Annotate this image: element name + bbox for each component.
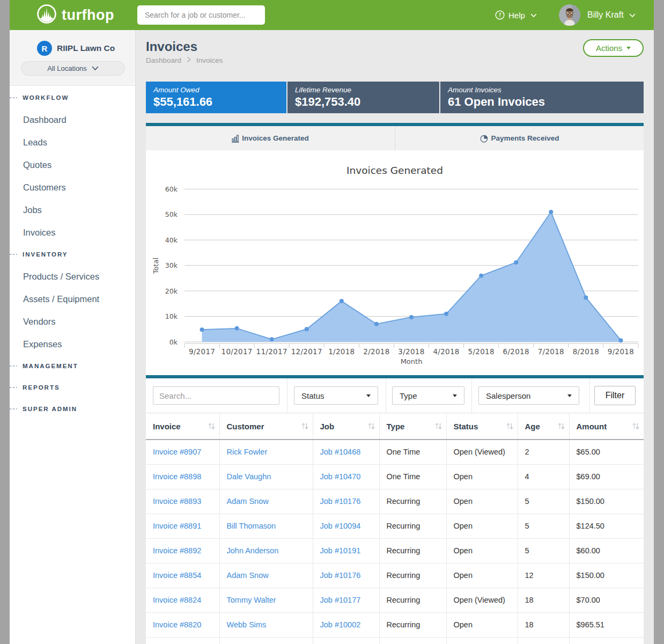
column-header-customer[interactable]: Customer — [219, 413, 313, 440]
chart-marker — [584, 295, 588, 299]
sidebar-item-customers[interactable]: Customers — [10, 176, 135, 199]
sort-arrows-icon[interactable] — [301, 422, 309, 430]
cell-link[interactable]: Dale Vaughn — [219, 464, 313, 489]
column-header-status[interactable]: Status — [446, 413, 518, 440]
sidebar-item-leads[interactable]: Leads — [10, 131, 135, 153]
chart-marker — [270, 337, 274, 341]
chart-card: Invoices GeneratedPayments Received Invo… — [146, 123, 644, 375]
table-row: Invoice #8820Webb SimsJob #10002Recurrin… — [146, 612, 644, 637]
type-select[interactable]: Type — [392, 386, 464, 405]
column-header-job[interactable]: Job — [313, 413, 379, 440]
cell-link[interactable]: Invoice #8892 — [146, 538, 219, 563]
tree-dashes-icon — [10, 387, 17, 388]
sidebar-section-reports[interactable]: REPORTS — [10, 377, 135, 398]
sidebar-item-assets-equipment[interactable]: Assets / Equipment — [10, 288, 135, 310]
chart-area-fill — [202, 212, 621, 342]
cell-link[interactable]: Invoice #8898 — [146, 464, 219, 489]
cell-text: One Time — [379, 440, 446, 464]
cell-link[interactable]: Invoice #8891 — [146, 514, 219, 538]
cell-link[interactable]: Job #10002 — [313, 612, 379, 637]
filter-separator — [471, 378, 472, 413]
cell-text — [569, 637, 644, 644]
company-name: RIIPL Lawn Co — [57, 43, 115, 53]
help-menu[interactable]: ? Help — [495, 0, 537, 30]
filter-button[interactable]: Filter — [594, 386, 636, 405]
sidebar-section-label: SUPER ADMIN — [23, 406, 77, 412]
cell-link[interactable]: Rick Fowler — [219, 440, 313, 464]
cell-link[interactable]: Job #10176 — [313, 563, 379, 588]
cell-link[interactable]: Invoice #8854 — [146, 563, 219, 588]
sidebar-item-jobs[interactable]: Jobs — [10, 199, 135, 221]
column-header-invoice[interactable]: Invoice — [146, 413, 219, 440]
sort-arrows-icon[interactable] — [367, 422, 375, 430]
column-header-type[interactable]: Type — [379, 413, 446, 440]
filter-separator — [386, 378, 386, 413]
sidebar-item-dashboard[interactable]: Dashboard — [10, 108, 135, 131]
cell-link[interactable]: Job #10177 — [313, 588, 379, 612]
cell-link[interactable]: Adam Snow — [219, 563, 313, 588]
svg-text:?: ? — [498, 12, 501, 19]
sort-arrows-icon[interactable] — [506, 422, 514, 430]
breadcrumb-invoices: Invoices — [196, 56, 223, 64]
cell-link[interactable]: Invoice #8824 — [146, 588, 219, 612]
sort-arrows-icon[interactable] — [557, 422, 565, 430]
cell-link[interactable]: Invoice #8820 — [146, 612, 219, 637]
cell-link[interactable]: Invoice #8907 — [146, 440, 219, 464]
sidebar-item-invoices[interactable]: Invoices — [10, 221, 135, 244]
cell-link[interactable]: Adam Snow — [219, 489, 313, 514]
stat-label: Lifetime Revenue — [295, 86, 432, 94]
chart-marker — [235, 326, 239, 331]
global-search-input[interactable] — [137, 5, 265, 25]
stats-band: Amount Owed$55,161.66Lifetime Revenue$19… — [146, 82, 644, 113]
column-header-age[interactable]: Age — [518, 413, 569, 440]
column-header-amount[interactable]: Amount — [569, 413, 644, 440]
tree-dashes-icon — [10, 365, 17, 367]
sidebar-section-workflow[interactable]: WORKFLOW — [10, 87, 135, 108]
sidebar-item-expenses[interactable]: Expenses — [10, 333, 135, 355]
cell-text — [446, 637, 518, 644]
tree-dashes-icon — [10, 408, 17, 409]
sidebar-section-super-admin[interactable]: SUPER ADMIN — [10, 398, 135, 420]
table-search-input[interactable] — [153, 386, 279, 405]
sidebar-section-management[interactable]: MANAGEMENT — [10, 355, 135, 377]
cell-link[interactable]: Tommy Walter — [219, 588, 313, 612]
actions-button[interactable]: Actions — [583, 39, 644, 57]
sort-arrows-icon[interactable] — [434, 422, 442, 430]
table-row: Invoice #8898Dale VaughnJob #10470One Ti… — [146, 464, 644, 489]
brand-wordmark: turfhop — [62, 7, 114, 24]
sort-arrows-icon[interactable] — [632, 422, 640, 430]
chevron-down-icon — [629, 10, 636, 20]
cell-text: Recurring — [379, 489, 446, 514]
cell-link[interactable]: Bill Thomason — [219, 514, 313, 538]
cell-text: 18 — [518, 612, 569, 637]
cell-link[interactable]: Job #10468 — [313, 440, 379, 464]
breadcrumb-dashboard[interactable]: Dashboard — [146, 56, 181, 64]
user-menu[interactable]: Billy Kraft — [559, 0, 636, 30]
location-selector[interactable]: All Locations — [21, 61, 125, 76]
cell-link[interactable]: Webb Sims — [219, 612, 313, 637]
sidebar-item-vendors[interactable]: Vendors — [10, 310, 135, 333]
cell-text: One Time — [379, 464, 446, 489]
company-row[interactable]: R RIIPL Lawn Co — [37, 41, 115, 56]
sort-arrows-icon[interactable] — [208, 422, 216, 430]
invoice-grid-card: Status Type Salesperson Filter InvoiceCu… — [146, 375, 644, 644]
cell-text: Recurring — [379, 612, 446, 637]
sidebar-item-quotes[interactable]: Quotes — [10, 153, 135, 176]
cell-link[interactable]: Job #10094 — [313, 514, 379, 538]
cell-link[interactable]: Job #10470 — [313, 464, 379, 489]
column-header-label: Amount — [577, 422, 607, 431]
cell-link[interactable]: Job #10191 — [313, 538, 379, 563]
tab-invoices-generated[interactable]: Invoices Generated — [146, 126, 395, 150]
sidebar-section-inventory[interactable]: INVENTORY — [10, 244, 135, 265]
top-navbar: turfhop ? Help — [10, 0, 654, 30]
brand-logo[interactable]: turfhop — [36, 5, 114, 25]
cell-link[interactable]: John Anderson — [219, 538, 313, 563]
status-select[interactable]: Status — [294, 386, 378, 405]
sidebar-item-products-services[interactable]: Products / Services — [10, 265, 135, 288]
cell-link[interactable]: Job #10176 — [313, 489, 379, 514]
tab-payments-received[interactable]: Payments Received — [395, 126, 644, 150]
salesperson-select[interactable]: Salesperson — [478, 386, 579, 405]
chart-marker — [409, 315, 414, 319]
cell-link[interactable]: Invoice #8893 — [146, 489, 219, 514]
y-tick-label: 10k — [165, 312, 178, 320]
